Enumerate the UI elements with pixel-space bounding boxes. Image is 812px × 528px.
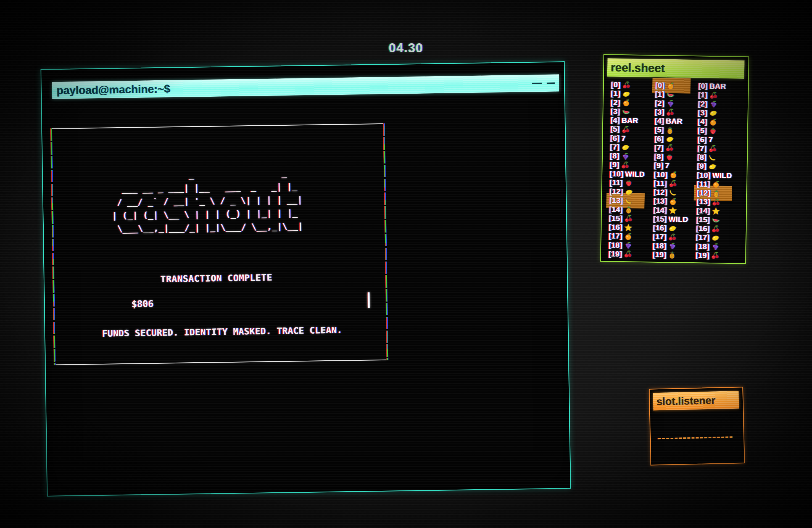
reel-cell[interactable]: [18]: [696, 242, 738, 251]
reel-symbol-label: WILD: [625, 170, 644, 179]
watermelon-icon: [622, 107, 630, 116]
reel-cell[interactable]: [19]: [652, 250, 694, 260]
orange-icon: [666, 82, 675, 90]
reel-index-label: [15]: [609, 214, 623, 223]
reel-index-label: [18]: [696, 242, 710, 251]
reel-cell[interactable]: [6]7: [610, 134, 652, 143]
banana-icon: [669, 188, 677, 196]
reel-cell[interactable]: [4]: [698, 117, 740, 127]
reel-cell[interactable]: [12]: [653, 188, 695, 197]
reel-cell[interactable]: [5]: [610, 125, 652, 134]
reel-cell[interactable]: [4]BAR: [610, 116, 652, 125]
reel-cell[interactable]: [17]: [696, 233, 738, 242]
reel-cell[interactable]: [16]: [609, 223, 651, 232]
lemon-icon: [621, 143, 629, 151]
reel-cell[interactable]: [9]7: [654, 161, 696, 171]
minimize-dash-icon[interactable]: [547, 82, 555, 84]
reel-cell[interactable]: [13]: [653, 197, 695, 206]
cherries-icon: [666, 108, 674, 117]
reel-sheet-titlebar[interactable]: reel.sheet: [607, 58, 744, 79]
reel-cell[interactable]: [1]: [611, 89, 653, 99]
pineapple-icon: [666, 126, 674, 134]
reel-cell[interactable]: [11]: [653, 179, 695, 188]
lemon-icon: [625, 188, 633, 196]
reel-cell[interactable]: [15]: [696, 216, 738, 224]
lemon-icon: [668, 224, 677, 232]
orange-icon: [669, 171, 678, 179]
reel-cell[interactable]: [9]: [610, 161, 652, 170]
status-line: TRANSACTION COMPLETE: [160, 272, 273, 284]
reel-cell[interactable]: [15]WILD: [653, 215, 695, 224]
reel-cell[interactable]: [19]: [608, 250, 650, 259]
reel-cell[interactable]: [7]: [654, 144, 696, 153]
reel-index-label: [6]: [610, 134, 620, 143]
reel-cell[interactable]: [2]: [655, 99, 697, 108]
reel-cell[interactable]: [5]: [654, 126, 696, 135]
reel-cell[interactable]: [14]: [696, 207, 738, 216]
reel-cell[interactable]: [10]WILD: [697, 171, 739, 180]
pineapple-icon: [668, 251, 676, 259]
reel-cell[interactable]: [10]WILD: [610, 170, 652, 179]
cherries-icon: [621, 126, 630, 134]
star-icon: [669, 206, 677, 215]
reel-cell[interactable]: [17]: [653, 233, 695, 241]
reel-cell[interactable]: [7]: [610, 143, 652, 152]
reel-cell[interactable]: [13]: [696, 198, 738, 207]
reel-cell[interactable]: [18]: [653, 241, 695, 250]
reel-index-label: [17]: [653, 233, 666, 241]
reel-cell[interactable]: [1]: [655, 90, 697, 99]
reel-cell[interactable]: [16]: [696, 224, 738, 233]
reel-cell[interactable]: [6]: [654, 134, 696, 144]
slot-listener-titlebar[interactable]: slot.listener: [653, 391, 739, 411]
reel-cell[interactable]: [4]BAR: [655, 117, 697, 126]
reel-symbol-label: 7: [621, 134, 626, 143]
reel-index-label: [17]: [696, 233, 710, 242]
cherries-icon: [709, 91, 717, 99]
reel-cell-highlighted[interactable]: [0]: [655, 81, 697, 90]
reel-cell[interactable]: [8]: [610, 151, 652, 161]
reel-symbol-label: BAR: [666, 117, 682, 126]
reel-cell[interactable]: [8]: [697, 153, 739, 162]
pineapple-icon: [712, 189, 720, 197]
reel-index-label: [12]: [697, 189, 710, 197]
reel-index-label: [9]: [697, 162, 707, 171]
reel-cell[interactable]: [5]: [697, 127, 739, 136]
cashout-panel: _ _ ___ __ _ ___| |__ ___ _ _| |_ / __/ …: [52, 123, 387, 365]
terminal-titlebar[interactable]: payload@machine:~$: [52, 74, 559, 99]
reel-cell[interactable]: [9]: [697, 162, 739, 171]
reel-cell[interactable]: [15]: [609, 214, 651, 223]
reel-cell[interactable]: [14]: [609, 205, 651, 214]
reel-cell[interactable]: [10]: [654, 170, 696, 179]
reel-cell[interactable]: [8]: [654, 152, 696, 162]
reel-cell[interactable]: [6]7: [697, 135, 739, 144]
orange-icon: [669, 197, 677, 205]
reel-cell[interactable]: [0]BAR: [698, 82, 740, 91]
reel-cell[interactable]: [3]: [698, 108, 740, 118]
reel-cell-highlighted[interactable]: [13]: [609, 196, 651, 205]
reel-cell[interactable]: [3]: [655, 108, 697, 117]
reel-cell[interactable]: [11]: [609, 178, 651, 188]
reel-cell[interactable]: [17]: [608, 232, 650, 241]
reel-cell[interactable]: [19]: [695, 251, 737, 260]
reel-index-label: [13]: [609, 196, 623, 205]
reel-index-label: [2]: [698, 100, 708, 108]
reel-cell[interactable]: [0]: [611, 80, 653, 89]
reel-cell[interactable]: [18]: [608, 241, 650, 250]
reel-index-label: [7]: [697, 144, 707, 153]
reel-cell[interactable]: [2]: [698, 100, 740, 109]
grapes-icon: [711, 243, 720, 251]
reel-column-3: [0]BAR[1][2][3][4][5][6]7[7][8][9][10]WI…: [695, 82, 740, 260]
reel-cell[interactable]: [12]: [609, 187, 651, 196]
reel-cell[interactable]: [16]: [653, 224, 695, 233]
reel-cell[interactable]: [14]: [653, 206, 695, 215]
reel-cell[interactable]: [2]: [611, 98, 653, 107]
reel-cell[interactable]: [1]: [698, 91, 740, 100]
reel-cell-highlighted[interactable]: [12]: [697, 189, 739, 198]
terminal-cursor: [368, 292, 370, 308]
reel-cell[interactable]: [7]: [697, 144, 739, 153]
minimize-dash-icon[interactable]: [532, 83, 542, 84]
reel-cell[interactable]: [11]: [697, 180, 739, 189]
reel-index-label: [11]: [609, 178, 623, 187]
reel-cell[interactable]: [3]: [610, 107, 652, 116]
reel-index-label: [5]: [697, 127, 707, 135]
